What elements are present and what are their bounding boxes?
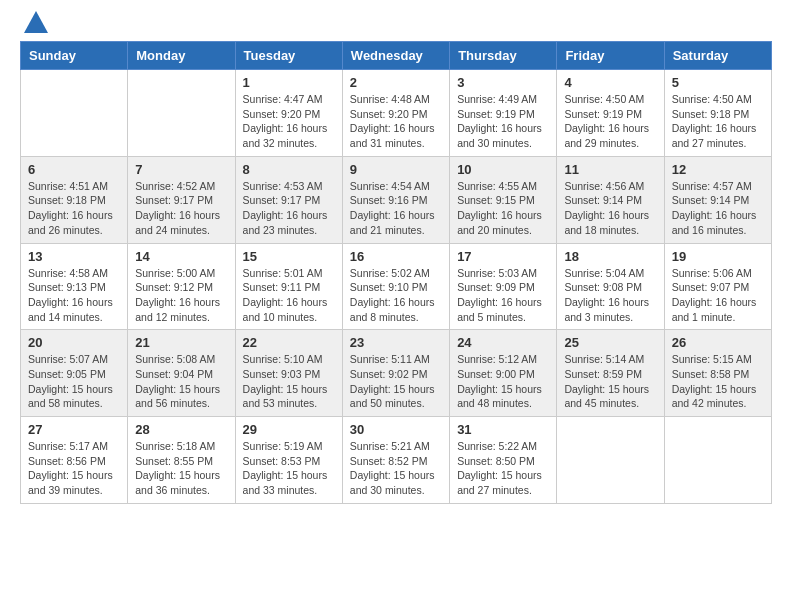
calendar-week-row: 1Sunrise: 4:47 AM Sunset: 9:20 PM Daylig… bbox=[21, 70, 772, 157]
day-info: Sunrise: 4:54 AM Sunset: 9:16 PM Dayligh… bbox=[350, 179, 442, 238]
calendar-cell: 1Sunrise: 4:47 AM Sunset: 9:20 PM Daylig… bbox=[235, 70, 342, 157]
calendar-cell: 19Sunrise: 5:06 AM Sunset: 9:07 PM Dayli… bbox=[664, 243, 771, 330]
day-number: 20 bbox=[28, 335, 120, 350]
day-info: Sunrise: 5:03 AM Sunset: 9:09 PM Dayligh… bbox=[457, 266, 549, 325]
day-number: 31 bbox=[457, 422, 549, 437]
day-number: 13 bbox=[28, 249, 120, 264]
day-number: 4 bbox=[564, 75, 656, 90]
calendar-cell bbox=[664, 417, 771, 504]
day-info: Sunrise: 5:04 AM Sunset: 9:08 PM Dayligh… bbox=[564, 266, 656, 325]
calendar-week-row: 13Sunrise: 4:58 AM Sunset: 9:13 PM Dayli… bbox=[21, 243, 772, 330]
calendar-cell: 28Sunrise: 5:18 AM Sunset: 8:55 PM Dayli… bbox=[128, 417, 235, 504]
day-number: 17 bbox=[457, 249, 549, 264]
svg-marker-0 bbox=[24, 11, 48, 33]
day-number: 8 bbox=[243, 162, 335, 177]
calendar-cell: 20Sunrise: 5:07 AM Sunset: 9:05 PM Dayli… bbox=[21, 330, 128, 417]
calendar-cell: 14Sunrise: 5:00 AM Sunset: 9:12 PM Dayli… bbox=[128, 243, 235, 330]
day-number: 11 bbox=[564, 162, 656, 177]
day-info: Sunrise: 5:02 AM Sunset: 9:10 PM Dayligh… bbox=[350, 266, 442, 325]
day-number: 12 bbox=[672, 162, 764, 177]
calendar-cell: 9Sunrise: 4:54 AM Sunset: 9:16 PM Daylig… bbox=[342, 156, 449, 243]
day-number: 3 bbox=[457, 75, 549, 90]
day-info: Sunrise: 4:50 AM Sunset: 9:19 PM Dayligh… bbox=[564, 92, 656, 151]
calendar-cell: 30Sunrise: 5:21 AM Sunset: 8:52 PM Dayli… bbox=[342, 417, 449, 504]
calendar-week-row: 20Sunrise: 5:07 AM Sunset: 9:05 PM Dayli… bbox=[21, 330, 772, 417]
day-info: Sunrise: 5:11 AM Sunset: 9:02 PM Dayligh… bbox=[350, 352, 442, 411]
logo-icon bbox=[22, 9, 50, 37]
calendar-cell: 11Sunrise: 4:56 AM Sunset: 9:14 PM Dayli… bbox=[557, 156, 664, 243]
weekday-header: Saturday bbox=[664, 42, 771, 70]
day-info: Sunrise: 5:17 AM Sunset: 8:56 PM Dayligh… bbox=[28, 439, 120, 498]
day-info: Sunrise: 5:19 AM Sunset: 8:53 PM Dayligh… bbox=[243, 439, 335, 498]
day-number: 21 bbox=[135, 335, 227, 350]
calendar-cell: 4Sunrise: 4:50 AM Sunset: 9:19 PM Daylig… bbox=[557, 70, 664, 157]
calendar-cell: 2Sunrise: 4:48 AM Sunset: 9:20 PM Daylig… bbox=[342, 70, 449, 157]
calendar-cell bbox=[557, 417, 664, 504]
day-number: 22 bbox=[243, 335, 335, 350]
day-number: 24 bbox=[457, 335, 549, 350]
calendar-cell: 13Sunrise: 4:58 AM Sunset: 9:13 PM Dayli… bbox=[21, 243, 128, 330]
header bbox=[20, 15, 772, 33]
day-number: 18 bbox=[564, 249, 656, 264]
day-info: Sunrise: 5:01 AM Sunset: 9:11 PM Dayligh… bbox=[243, 266, 335, 325]
calendar-header: SundayMondayTuesdayWednesdayThursdayFrid… bbox=[21, 42, 772, 70]
day-number: 16 bbox=[350, 249, 442, 264]
day-number: 23 bbox=[350, 335, 442, 350]
day-number: 25 bbox=[564, 335, 656, 350]
calendar-cell: 5Sunrise: 4:50 AM Sunset: 9:18 PM Daylig… bbox=[664, 70, 771, 157]
day-number: 10 bbox=[457, 162, 549, 177]
weekday-header: Thursday bbox=[450, 42, 557, 70]
calendar-cell: 22Sunrise: 5:10 AM Sunset: 9:03 PM Dayli… bbox=[235, 330, 342, 417]
day-number: 1 bbox=[243, 75, 335, 90]
calendar-cell: 7Sunrise: 4:52 AM Sunset: 9:17 PM Daylig… bbox=[128, 156, 235, 243]
day-number: 26 bbox=[672, 335, 764, 350]
calendar-cell: 24Sunrise: 5:12 AM Sunset: 9:00 PM Dayli… bbox=[450, 330, 557, 417]
day-info: Sunrise: 4:48 AM Sunset: 9:20 PM Dayligh… bbox=[350, 92, 442, 151]
calendar-cell: 27Sunrise: 5:17 AM Sunset: 8:56 PM Dayli… bbox=[21, 417, 128, 504]
calendar-body: 1Sunrise: 4:47 AM Sunset: 9:20 PM Daylig… bbox=[21, 70, 772, 504]
calendar-cell: 6Sunrise: 4:51 AM Sunset: 9:18 PM Daylig… bbox=[21, 156, 128, 243]
day-number: 30 bbox=[350, 422, 442, 437]
day-info: Sunrise: 4:51 AM Sunset: 9:18 PM Dayligh… bbox=[28, 179, 120, 238]
calendar-cell: 12Sunrise: 4:57 AM Sunset: 9:14 PM Dayli… bbox=[664, 156, 771, 243]
day-info: Sunrise: 4:47 AM Sunset: 9:20 PM Dayligh… bbox=[243, 92, 335, 151]
day-number: 9 bbox=[350, 162, 442, 177]
calendar-cell: 23Sunrise: 5:11 AM Sunset: 9:02 PM Dayli… bbox=[342, 330, 449, 417]
calendar-cell: 8Sunrise: 4:53 AM Sunset: 9:17 PM Daylig… bbox=[235, 156, 342, 243]
day-info: Sunrise: 4:55 AM Sunset: 9:15 PM Dayligh… bbox=[457, 179, 549, 238]
day-info: Sunrise: 4:53 AM Sunset: 9:17 PM Dayligh… bbox=[243, 179, 335, 238]
calendar: SundayMondayTuesdayWednesdayThursdayFrid… bbox=[20, 41, 772, 504]
day-number: 5 bbox=[672, 75, 764, 90]
calendar-cell: 15Sunrise: 5:01 AM Sunset: 9:11 PM Dayli… bbox=[235, 243, 342, 330]
day-info: Sunrise: 4:49 AM Sunset: 9:19 PM Dayligh… bbox=[457, 92, 549, 151]
day-info: Sunrise: 4:57 AM Sunset: 9:14 PM Dayligh… bbox=[672, 179, 764, 238]
day-info: Sunrise: 5:10 AM Sunset: 9:03 PM Dayligh… bbox=[243, 352, 335, 411]
day-info: Sunrise: 5:15 AM Sunset: 8:58 PM Dayligh… bbox=[672, 352, 764, 411]
day-number: 29 bbox=[243, 422, 335, 437]
calendar-week-row: 27Sunrise: 5:17 AM Sunset: 8:56 PM Dayli… bbox=[21, 417, 772, 504]
calendar-cell: 31Sunrise: 5:22 AM Sunset: 8:50 PM Dayli… bbox=[450, 417, 557, 504]
calendar-cell bbox=[128, 70, 235, 157]
day-info: Sunrise: 5:08 AM Sunset: 9:04 PM Dayligh… bbox=[135, 352, 227, 411]
weekday-header-row: SundayMondayTuesdayWednesdayThursdayFrid… bbox=[21, 42, 772, 70]
weekday-header: Monday bbox=[128, 42, 235, 70]
weekday-header: Friday bbox=[557, 42, 664, 70]
calendar-cell: 25Sunrise: 5:14 AM Sunset: 8:59 PM Dayli… bbox=[557, 330, 664, 417]
calendar-cell: 16Sunrise: 5:02 AM Sunset: 9:10 PM Dayli… bbox=[342, 243, 449, 330]
day-info: Sunrise: 5:06 AM Sunset: 9:07 PM Dayligh… bbox=[672, 266, 764, 325]
day-number: 6 bbox=[28, 162, 120, 177]
calendar-cell: 3Sunrise: 4:49 AM Sunset: 9:19 PM Daylig… bbox=[450, 70, 557, 157]
calendar-cell: 21Sunrise: 5:08 AM Sunset: 9:04 PM Dayli… bbox=[128, 330, 235, 417]
calendar-cell: 17Sunrise: 5:03 AM Sunset: 9:09 PM Dayli… bbox=[450, 243, 557, 330]
day-number: 14 bbox=[135, 249, 227, 264]
day-info: Sunrise: 5:22 AM Sunset: 8:50 PM Dayligh… bbox=[457, 439, 549, 498]
day-number: 19 bbox=[672, 249, 764, 264]
page: SundayMondayTuesdayWednesdayThursdayFrid… bbox=[0, 0, 792, 519]
day-info: Sunrise: 5:18 AM Sunset: 8:55 PM Dayligh… bbox=[135, 439, 227, 498]
logo bbox=[20, 15, 50, 33]
day-number: 15 bbox=[243, 249, 335, 264]
calendar-cell bbox=[21, 70, 128, 157]
day-info: Sunrise: 5:21 AM Sunset: 8:52 PM Dayligh… bbox=[350, 439, 442, 498]
calendar-cell: 10Sunrise: 4:55 AM Sunset: 9:15 PM Dayli… bbox=[450, 156, 557, 243]
day-info: Sunrise: 5:07 AM Sunset: 9:05 PM Dayligh… bbox=[28, 352, 120, 411]
